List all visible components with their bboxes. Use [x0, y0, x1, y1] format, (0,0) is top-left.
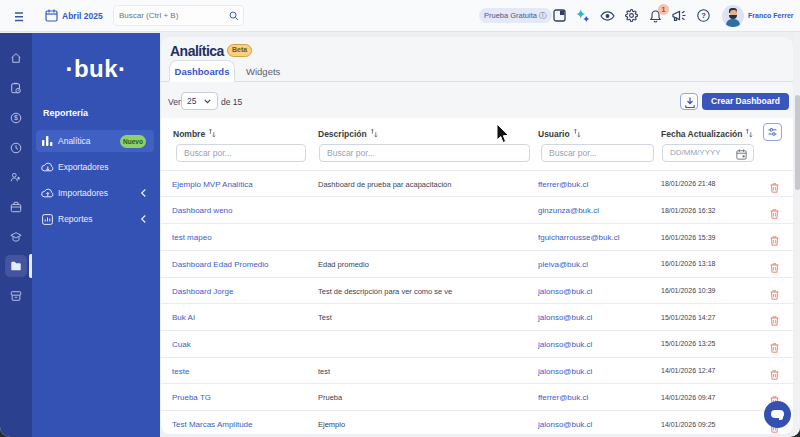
svg-text:?: ?	[701, 11, 706, 20]
svg-text:$: $	[14, 114, 18, 121]
